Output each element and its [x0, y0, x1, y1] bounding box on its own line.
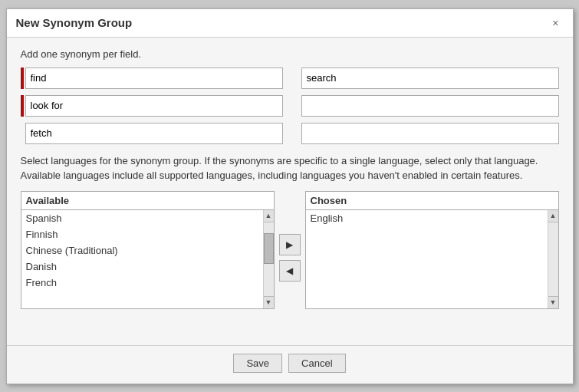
list-item[interactable]: Chinese (Traditional) — [21, 242, 263, 259]
available-label: Available — [21, 191, 275, 209]
available-scrollbar[interactable]: ▲ ▼ — [263, 210, 274, 308]
dialog-footer: Save Cancel — [7, 345, 573, 384]
list-item[interactable]: Danish — [21, 259, 263, 275]
synonym-input-3-right[interactable] — [301, 123, 559, 144]
synonym-input-wrap-1-right — [297, 68, 559, 89]
synonym-input-1-right[interactable] — [301, 68, 559, 89]
required-indicator-1 — [21, 68, 24, 89]
synonym-row-2 — [21, 95, 559, 117]
chosen-listbox-container: Chosen English ▲ ▼ — [305, 191, 559, 309]
chosen-scroll-up[interactable]: ▲ — [548, 210, 558, 222]
synonym-row-1 — [21, 68, 559, 89]
chosen-listbox[interactable]: English — [306, 210, 548, 308]
list-item[interactable]: French — [21, 275, 263, 291]
list-item[interactable]: Spanish — [21, 210, 263, 226]
available-listbox[interactable]: SpanishFinnishChinese (Traditional)Danis… — [21, 210, 263, 308]
list-item[interactable]: Finnish — [21, 226, 263, 242]
synonym-input-2-right[interactable] — [301, 95, 559, 117]
chosen-label: Chosen — [305, 191, 559, 209]
hint-text: Add one synonym per field. — [21, 48, 559, 60]
close-button[interactable]: × — [548, 15, 563, 31]
available-scroll-down[interactable]: ▼ — [264, 296, 274, 308]
list-item[interactable]: English — [306, 210, 548, 226]
synonym-input-3-left[interactable] — [25, 123, 283, 144]
synonym-input-1-left[interactable] — [25, 68, 283, 89]
new-synonym-group-dialog: New Synonym Group × Add one synonym per … — [6, 8, 574, 384]
required-indicator-2 — [21, 95, 24, 117]
synonym-input-wrap-1-left — [21, 68, 283, 89]
synonym-input-wrap-3-right — [297, 123, 559, 144]
move-left-button[interactable]: ◀ — [279, 260, 301, 282]
available-listbox-container: Available SpanishFinnishChinese (Traditi… — [21, 191, 275, 309]
description-text: Select languages for the synonym group. … — [21, 153, 559, 183]
move-right-button[interactable]: ▶ — [279, 234, 301, 255]
available-listbox-wrap: SpanishFinnishChinese (Traditional)Danis… — [21, 209, 275, 309]
synonym-input-2-left[interactable] — [25, 95, 283, 117]
synonym-input-wrap-2-right — [297, 95, 559, 117]
save-button[interactable]: Save — [233, 354, 282, 373]
available-scroll-thumb[interactable] — [264, 233, 274, 264]
dialog-titlebar: New Synonym Group × — [7, 9, 573, 38]
listbox-area: Available SpanishFinnishChinese (Traditi… — [21, 191, 559, 309]
synonym-input-wrap-2-left — [21, 95, 283, 117]
chosen-scrollbar[interactable]: ▲ ▼ — [548, 210, 558, 308]
synonym-row-3 — [21, 123, 559, 144]
chosen-listbox-wrap: English ▲ ▼ — [305, 209, 559, 309]
synonym-input-wrap-3-left — [21, 123, 283, 144]
available-scroll-up[interactable]: ▲ — [264, 210, 274, 222]
dialog-body: Add one synonym per field. — [7, 38, 573, 345]
chosen-scroll-down[interactable]: ▼ — [548, 296, 558, 308]
transfer-buttons: ▶ ◀ — [275, 206, 305, 309]
cancel-button[interactable]: Cancel — [288, 354, 345, 373]
dialog-title: New Synonym Group — [16, 16, 133, 29]
